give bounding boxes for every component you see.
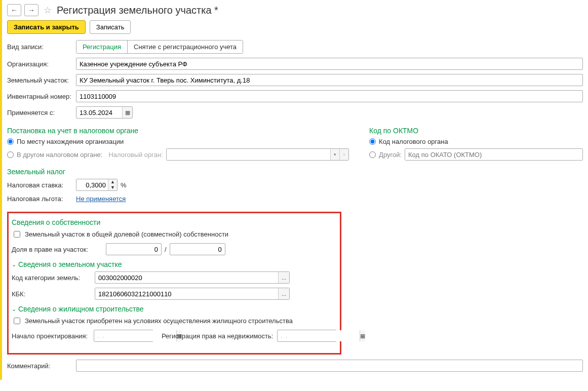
spinner-icon[interactable]: ▲▼ [108,179,117,190]
tax-rate-input[interactable] [76,179,108,190]
comment-label: Комментарий: [7,362,73,370]
save-button[interactable]: Записать [90,20,131,34]
save-and-close-button[interactable]: Записать и закрыть [7,20,86,34]
highlighted-section: Сведения о собственности Земельный участ… [7,212,341,355]
shared-ownership-checkbox[interactable] [14,231,20,238]
tax-authority-input[interactable] [167,149,330,160]
percent-label: % [121,181,127,189]
ellipsis-icon[interactable]: … [278,272,289,283]
housing-expander[interactable]: ⌄ Сведения о жилищном строительстве [12,305,337,313]
kbk-label: КБК: [12,290,92,298]
rights-reg-input[interactable] [278,330,360,341]
open-icon[interactable]: ▫ [339,149,348,160]
share-denominator-input[interactable] [170,243,225,255]
nav-forward-button[interactable]: → [24,4,38,16]
ellipsis-icon[interactable]: … [278,288,289,299]
land-tax-title: Земельный налог [7,168,583,176]
housing-acquired-checkbox[interactable] [14,318,20,324]
tax-reg-location-label: По месту нахождения организации [17,138,124,145]
comment-input[interactable] [76,360,583,372]
plot-info-expander[interactable]: ⌄ Сведения о земельном участке [12,260,337,268]
oktmo-tax-code-label: Код налогового органа [379,138,448,145]
record-type-registration[interactable]: Регистрация [76,40,128,54]
rights-reg-label: Регистрация прав на недвижимость: [162,332,274,340]
land-plot-input[interactable] [76,74,583,86]
land-category-input[interactable] [95,272,278,283]
record-type-toggle: Регистрация Снятие с регистрационного уч… [76,40,243,54]
nav-back-button[interactable]: ← [7,4,21,16]
favorite-star-icon[interactable]: ☆ [44,5,52,16]
oktmo-other-label: Другой: [379,151,402,159]
kbk-combo[interactable]: … [95,288,290,300]
tax-benefit-link[interactable]: Не применяется [76,195,126,203]
land-category-combo[interactable]: … [95,271,290,284]
tax-rate-field[interactable]: ▲▼ [76,179,117,191]
okato-input[interactable] [405,149,582,160]
applies-from-date-input[interactable] [76,107,122,118]
tax-reg-location-radio[interactable] [7,138,14,145]
chevron-down-icon: ⌄ [12,261,16,268]
housing-title: Сведения о жилищном строительстве [18,305,144,313]
tax-authority-combo[interactable]: ▾ ▫ [166,148,349,161]
share-separator: / [165,246,167,253]
ownership-title: Сведения о собственности [12,218,337,226]
housing-acquired-label: Земельный участок приобретен на условиях… [25,317,293,325]
organization-input[interactable] [76,58,583,70]
calendar-icon[interactable]: ▦ [360,330,365,341]
kbk-input[interactable] [95,288,278,299]
design-start-date[interactable]: ▦ [94,330,153,342]
record-type-deregistration[interactable]: Снятие с регистрационного учета [128,40,243,54]
chevron-down-icon: ⌄ [12,306,16,312]
tax-benefit-label: Налоговая льгота: [7,195,73,203]
organization-label: Организация: [7,60,73,68]
record-type-label: Вид записи: [7,43,73,51]
design-start-label: Начало проектирования: [12,332,91,340]
plot-info-title: Сведения о земельном участке [18,260,122,268]
inventory-number-label: Инвентарный номер: [7,93,73,100]
okato-combo[interactable] [405,148,583,161]
inventory-number-input[interactable] [76,90,583,102]
tax-registration-title: Постановка на учет в налоговом органе [7,127,349,135]
applies-from-label: Применяется с: [7,109,73,116]
rights-reg-date[interactable]: ▦ [277,330,337,342]
applies-from-date[interactable]: ▦ [76,106,133,119]
oktmo-title: Код по ОКТМО [369,127,583,135]
land-category-label: Код категории земель: [12,274,92,282]
oktmo-other-radio[interactable] [369,151,376,158]
tax-reg-other-radio[interactable] [7,151,14,158]
shared-ownership-label: Земельный участок в общей долевой (совме… [25,230,228,238]
oktmo-tax-code-radio[interactable] [369,138,376,145]
share-label: Доля в праве на участок: [12,246,103,253]
dropdown-icon[interactable]: ▾ [330,149,339,160]
share-numerator-input[interactable] [106,243,162,255]
tax-rate-label: Налоговая ставка: [7,181,73,189]
tax-authority-placeholder: Налоговый орган: [108,151,163,159]
calendar-icon[interactable]: ▦ [122,107,132,118]
page-title: Регистрация земельного участка * [57,5,218,16]
tax-reg-other-label: В другом налоговом органе: [17,151,102,159]
land-plot-label: Земельный участок: [7,76,73,84]
